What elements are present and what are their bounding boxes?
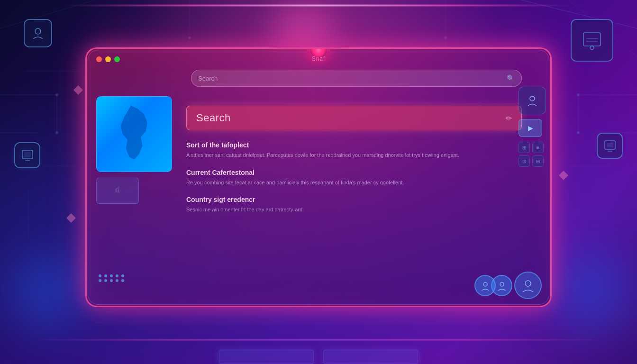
avatar-area <box>474 275 512 296</box>
floor-panels <box>176 326 461 364</box>
right-icon-profile[interactable] <box>519 87 546 114</box>
avatar-1 <box>474 275 496 296</box>
svg-point-29 <box>590 46 594 50</box>
dot-green <box>114 56 120 62</box>
play-button[interactable]: ▶ <box>519 119 542 137</box>
corner-icon-top-right <box>571 19 613 62</box>
section-text-1: Re you combing site fecat ar cace and na… <box>186 179 512 187</box>
neon-strip-bottom <box>32 339 605 340</box>
section-2: Country sigt eredencr Sesnic me ain omen… <box>186 196 512 214</box>
right-panel: ▶ ⊞ ≡ ⊡ ⊟ <box>519 87 552 167</box>
top-search-input[interactable] <box>198 75 507 82</box>
section-text-2: Sesnic me ain omenter frt the day ard da… <box>186 206 512 214</box>
svg-point-34 <box>530 96 535 101</box>
section-title-2: Country sigt eredencr <box>186 196 512 203</box>
svg-point-24 <box>444 36 447 39</box>
mini-icon-1[interactable]: ⊞ <box>519 142 530 153</box>
map-area: IT <box>96 96 179 287</box>
floor-panel-right <box>323 350 418 364</box>
decor-diamond-3 <box>559 171 568 180</box>
section-1: Current Cafertestonal Re you combing sit… <box>186 169 512 187</box>
svg-rect-26 <box>583 33 601 46</box>
svg-point-25 <box>35 28 41 34</box>
svg-point-22 <box>577 131 580 134</box>
svg-point-36 <box>500 282 504 286</box>
section-title-1: Current Cafertestonal <box>186 169 512 176</box>
svg-point-35 <box>483 282 487 286</box>
decor-diamond-2 <box>66 213 76 223</box>
top-search-container[interactable]: 🔍 <box>191 70 522 87</box>
svg-rect-31 <box>24 152 31 157</box>
mini-icon-3[interactable]: ⊡ <box>519 155 530 167</box>
main-panel: Snaf 🔍 IT Search ✏ Sort of the ta <box>85 47 552 307</box>
mini-icon-4[interactable]: ⊟ <box>532 155 544 167</box>
mini-icon-2[interactable]: ≡ <box>532 142 544 153</box>
main-search-box[interactable]: Search ✏ <box>186 106 522 130</box>
top-search-icon: 🔍 <box>507 74 515 82</box>
map-small-box: IT <box>96 178 139 204</box>
edit-icon: ✏ <box>506 114 512 123</box>
dot-red <box>96 56 102 62</box>
section-title-0: Sort of the tafoplect <box>186 141 512 149</box>
svg-point-19 <box>55 93 58 96</box>
content-sections: Sort of the tafoplect A sttles tner sant… <box>186 141 512 223</box>
svg-point-21 <box>577 93 580 96</box>
svg-rect-33 <box>607 143 613 147</box>
corner-icon-mid-right <box>597 133 623 159</box>
dot-yellow <box>105 56 111 62</box>
dot-grid-decoration <box>99 274 125 282</box>
floor-panel-left <box>219 350 314 364</box>
section-0: Sort of the tafoplect A sttles tner sant… <box>186 141 512 159</box>
panel-traffic-lights <box>96 56 120 62</box>
section-text-0: A sttles tner sant cattest dnielpset. Pa… <box>186 151 512 159</box>
map-image <box>96 96 172 172</box>
avatar-large <box>514 272 542 299</box>
corner-icon-mid-left <box>14 142 40 168</box>
decor-diamond-1 <box>73 85 83 95</box>
map-country-shape <box>118 106 151 163</box>
svg-point-20 <box>55 131 58 134</box>
right-mini-icons: ⊞ ≡ ⊡ ⊟ <box>519 142 552 167</box>
svg-point-37 <box>525 281 531 286</box>
svg-point-23 <box>188 36 191 39</box>
corner-icon-top-left <box>24 19 52 47</box>
main-search-text: Search <box>196 112 506 124</box>
neon-strip-top <box>64 5 573 6</box>
